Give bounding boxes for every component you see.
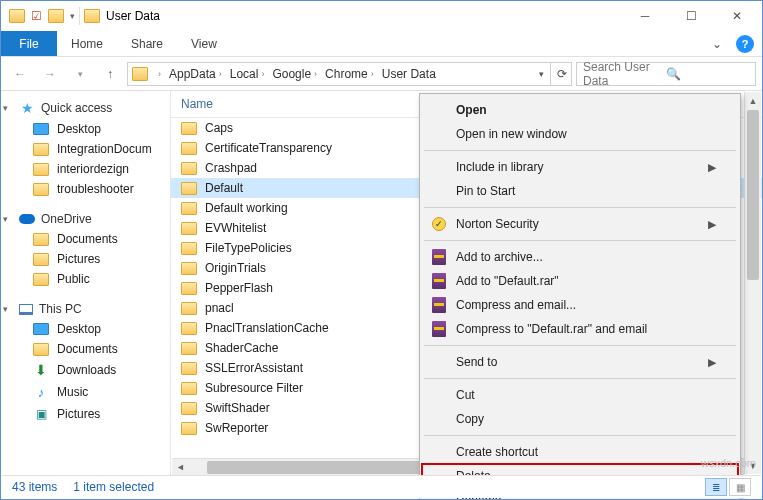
scroll-thumb[interactable] [747,110,759,280]
folder-icon [181,142,197,155]
menu-create-shortcut[interactable]: Create shortcut [422,440,738,464]
chevron-down-icon[interactable]: ▾ [3,214,13,224]
menu-norton[interactable]: ✓Norton Security▶ [422,212,738,236]
maximize-button[interactable]: ☐ [668,2,714,30]
crumb-chrome[interactable]: Chrome› [322,67,377,81]
menu-send-to[interactable]: Send to▶ [422,350,738,374]
folder-qat-icon[interactable] [9,9,25,23]
minimize-button[interactable]: ─ [622,2,668,30]
vertical-scrollbar[interactable]: ▲ ▼ [744,92,761,474]
tab-view[interactable]: View [177,31,231,56]
folder-icon [33,273,49,286]
sidebar-item-pc-pictures[interactable]: ▣Pictures [1,403,170,425]
sidebar-item-pc-music[interactable]: ♪Music [1,381,170,403]
sidebar-item-documents[interactable]: Documents [1,229,170,249]
address-bar[interactable]: › AppData› Local› Google› Chrome› User D… [127,62,572,86]
file-name: OriginTrials [205,261,266,275]
crumb-local[interactable]: Local› [227,67,268,81]
file-tab[interactable]: File [1,31,57,56]
navigation-bar: ← → ▾ ↑ › AppData› Local› Google› Chrome… [1,57,762,91]
sidebar-item-desktop[interactable]: Desktop [1,119,170,139]
window-title: User Data [106,9,160,23]
quick-access-header[interactable]: ▾★Quick access [1,97,170,119]
file-name: SwReporter [205,421,268,435]
pictures-icon: ▣ [33,406,49,422]
view-thumbnails-button[interactable]: ▦ [729,478,751,496]
menu-separator [424,435,736,436]
chevron-down-icon[interactable]: ▾ [3,103,13,113]
title-bar: ☑ ▾ User Data ─ ☐ ✕ [1,1,762,31]
window-folder-icon [84,9,100,23]
sidebar-item-pc-downloads[interactable]: ⬇Downloads [1,359,170,381]
back-button[interactable]: ← [7,61,33,87]
context-menu: Open Open in new window Include in libra… [419,93,741,500]
onedrive-header[interactable]: ▾OneDrive [1,209,170,229]
tab-home[interactable]: Home [57,31,117,56]
pc-icon [19,304,33,315]
file-name: EVWhitelist [205,221,266,235]
scroll-left-icon[interactable]: ◄ [172,462,189,472]
up-button[interactable]: ↑ [97,61,123,87]
view-details-button[interactable]: ≣ [705,478,727,496]
file-name: PnaclTranslationCache [205,321,329,335]
search-box[interactable]: Search User Data 🔍 [576,62,756,86]
sidebar-item-integration[interactable]: IntegrationDocum [1,139,170,159]
help-icon[interactable]: ? [736,35,754,53]
thispc-header[interactable]: ▾This PC [1,299,170,319]
folder-icon [181,402,197,415]
menu-include-library[interactable]: Include in library▶ [422,155,738,179]
scroll-down-icon[interactable]: ▼ [745,457,761,474]
folder-icon [33,143,49,156]
menu-separator [424,150,736,151]
menu-separator [424,345,736,346]
menu-add-default-rar[interactable]: Add to "Default.rar" [422,269,738,293]
folder-icon [33,163,49,176]
properties-qat-icon[interactable]: ☑ [31,9,42,23]
menu-copy[interactable]: Copy [422,407,738,431]
menu-compress-email[interactable]: Compress and email... [422,293,738,317]
sidebar-item-interior[interactable]: interiordezign [1,159,170,179]
folder-icon [181,382,197,395]
crumb-appdata[interactable]: AppData› [166,67,225,81]
qat-dropdown-icon[interactable]: ▾ [70,11,75,21]
chevron-down-icon[interactable]: ▾ [3,304,13,314]
recent-dropdown-icon[interactable]: ▾ [67,61,93,87]
menu-open-new-window[interactable]: Open in new window [422,122,738,146]
menu-open[interactable]: Open [422,98,738,122]
scroll-up-icon[interactable]: ▲ [745,92,761,109]
crumb-google[interactable]: Google› [269,67,320,81]
folder-icon [181,322,197,335]
file-name: Default working [205,201,288,215]
refresh-icon[interactable]: ⟳ [557,67,567,81]
menu-separator [424,378,736,379]
sidebar-item-pc-desktop[interactable]: Desktop [1,319,170,339]
folder-icon [181,422,197,435]
sidebar-item-pc-documents[interactable]: Documents [1,339,170,359]
file-name: SSLErrorAssistant [205,361,303,375]
address-dropdown-icon[interactable]: ▾ [539,69,544,79]
folder-icon [181,262,197,275]
winrar-icon [432,273,446,289]
close-button[interactable]: ✕ [714,2,760,30]
sidebar-item-pictures[interactable]: Pictures [1,249,170,269]
menu-cut[interactable]: Cut [422,383,738,407]
tab-share[interactable]: Share [117,31,177,56]
menu-pin-start[interactable]: Pin to Start [422,179,738,203]
ribbon-expand-icon[interactable]: ⌄ [704,31,730,56]
file-name: Caps [205,121,233,135]
winrar-icon [432,249,446,265]
folder-icon [181,282,197,295]
column-name[interactable]: Name [171,91,223,117]
newfolder-qat-icon[interactable] [48,9,64,23]
menu-compress-default-email[interactable]: Compress to "Default.rar" and email [422,317,738,341]
sidebar-item-troubleshooter[interactable]: troubleshooter [1,179,170,199]
folder-icon [33,183,49,196]
sidebar-item-public[interactable]: Public [1,269,170,289]
folder-icon [181,362,197,375]
forward-button[interactable]: → [37,61,63,87]
onedrive-icon [19,214,35,224]
crumb-userdata[interactable]: User Data [379,67,439,81]
menu-add-archive[interactable]: Add to archive... [422,245,738,269]
qat-separator [79,7,80,25]
crumb-prefix[interactable]: › [152,69,164,79]
